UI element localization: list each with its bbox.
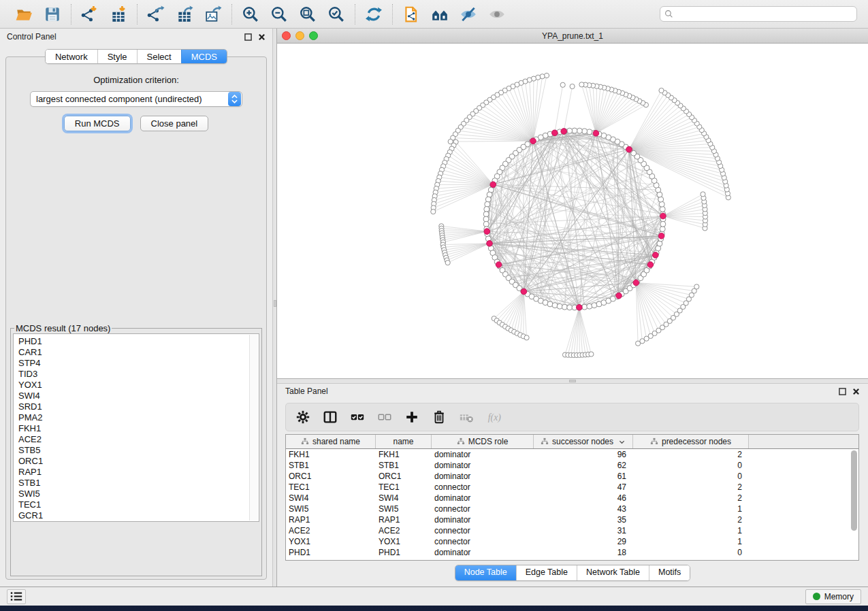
zoom-in-button[interactable] <box>239 3 262 26</box>
run-mcds-button[interactable]: Run MCDS <box>64 116 131 131</box>
add-column-button[interactable] <box>403 408 421 426</box>
cell-MCDS-role: dominator <box>432 449 534 460</box>
import-table-button[interactable] <box>107 3 130 26</box>
export-network-button[interactable] <box>144 3 167 26</box>
network-canvas[interactable] <box>277 44 868 378</box>
mcds-result-item[interactable]: TID3 <box>18 369 259 380</box>
splitter-grab-handle[interactable] <box>274 300 276 307</box>
tab-motifs[interactable]: Motifs <box>649 565 690 580</box>
table-row[interactable]: FKH1FKH1dominator962 <box>286 449 858 460</box>
table-row[interactable]: TEC1TEC1connector472 <box>286 482 858 493</box>
splitter-grab-handle[interactable] <box>569 380 576 382</box>
delete-table-button[interactable] <box>457 408 475 426</box>
import-network-button[interactable] <box>78 3 101 26</box>
memory-button[interactable]: Memory <box>805 589 861 604</box>
table-settings-icon <box>295 410 310 425</box>
mcds-result-item[interactable]: CAR1 <box>18 347 259 358</box>
table-row[interactable]: YOX1YOX1connector291 <box>286 536 858 547</box>
network-graph[interactable] <box>277 44 867 378</box>
mcds-result-item[interactable]: RAP1 <box>18 467 259 478</box>
float-panel-icon[interactable] <box>244 33 252 41</box>
zoom-fit-button[interactable] <box>296 3 319 26</box>
refresh-layout-button[interactable] <box>362 3 385 26</box>
delete-column-button[interactable] <box>430 408 448 426</box>
function-builder-button[interactable]: f(x) <box>485 408 502 426</box>
show-all-icon <box>488 5 506 23</box>
status-bar: Memory <box>0 587 868 606</box>
tab-select[interactable]: Select <box>137 50 181 63</box>
export-image-button[interactable] <box>202 3 225 26</box>
table-scrollbar-thumb[interactable] <box>851 450 857 531</box>
select-stepper-icon <box>228 92 241 106</box>
mcds-result-item[interactable]: FKH1 <box>18 423 259 434</box>
first-neighbors-button[interactable] <box>428 3 451 26</box>
mcds-result-item[interactable]: STB1 <box>18 478 259 489</box>
hide-selected-button[interactable] <box>457 3 480 26</box>
column-header-predecessor-nodes[interactable]: predecessor nodes <box>633 435 749 448</box>
refresh-layout-icon <box>365 5 383 23</box>
cell-predecessor-nodes: 0 <box>633 471 749 482</box>
list-icon <box>10 591 22 601</box>
unselect-all-button[interactable] <box>376 408 393 426</box>
mcds-result-item[interactable]: SRD1 <box>18 401 259 412</box>
table-settings-button[interactable] <box>294 408 312 426</box>
search-input[interactable] <box>677 10 852 19</box>
cell-successor-nodes: 46 <box>534 493 633 503</box>
list-scrollbar[interactable] <box>249 335 258 521</box>
mcds-result-item[interactable]: ORC1 <box>18 456 259 467</box>
tab-network[interactable]: Network <box>46 50 97 63</box>
mcds-result-item[interactable]: SWI5 <box>18 489 259 499</box>
table-row[interactable]: STB1STB1dominator620 <box>286 460 858 471</box>
table-row[interactable]: SWI5SWI5connector431 <box>286 503 858 514</box>
mcds-result-item[interactable]: PMA2 <box>18 412 259 423</box>
mcds-result-item[interactable]: SWI4 <box>18 391 259 401</box>
search-box[interactable] <box>660 6 857 22</box>
show-all-button[interactable] <box>485 3 509 26</box>
column-header-name[interactable]: name <box>376 435 432 448</box>
column-header-MCDS-role[interactable]: MCDS role <box>432 435 534 448</box>
table-header-row: shared namenameMCDS rolesuccessor nodesp… <box>286 435 858 449</box>
select-all-button[interactable] <box>349 408 366 426</box>
zoom-out-button[interactable] <box>268 3 291 26</box>
task-history-button[interactable] <box>7 589 26 604</box>
tab-node-table[interactable]: Node Table <box>455 565 516 580</box>
cell-MCDS-role: dominator <box>432 514 534 525</box>
close-panel-icon[interactable] <box>852 388 860 395</box>
table-row[interactable]: PHD1PHD1dominator180 <box>286 547 858 558</box>
mcds-result-item[interactable]: STP4 <box>18 358 259 369</box>
sort-indicator-icon[interactable] <box>618 438 626 446</box>
cell-successor-nodes: 43 <box>534 503 633 514</box>
table-row[interactable]: ACE2ACE2connector311 <box>286 525 858 536</box>
table-row[interactable]: ORC1ORC1dominator610 <box>286 471 858 482</box>
mcds-result-item[interactable]: PHD1 <box>18 336 259 347</box>
mcds-result-item[interactable]: YOX1 <box>18 380 259 391</box>
tab-style[interactable]: Style <box>97 50 137 63</box>
mcds-result-item[interactable]: ACE2 <box>18 434 259 445</box>
vertical-splitter[interactable] <box>272 29 277 587</box>
tab-network-table[interactable]: Network Table <box>577 565 649 580</box>
mcds-result-item[interactable]: STB5 <box>18 445 259 456</box>
open-file-button[interactable] <box>12 3 35 26</box>
network-window-titlebar[interactable]: YPA_prune.txt_1 <box>277 29 868 44</box>
zoom-selected-button[interactable] <box>325 3 348 26</box>
table-row[interactable]: SWI4SWI4dominator462 <box>286 493 858 503</box>
column-header-shared-name[interactable]: shared name <box>286 435 376 448</box>
mcds-result-item[interactable]: TEC1 <box>18 499 259 510</box>
tab-edge-table[interactable]: Edge Table <box>516 565 577 580</box>
split-panel-button[interactable] <box>321 408 339 426</box>
tab-mcds[interactable]: MCDS <box>181 50 227 63</box>
save-session-button[interactable] <box>41 3 64 26</box>
mcds-result-list[interactable]: PHD1CAR1STP4TID3YOX1SWI4SRD1PMA2FKH1ACE2… <box>13 333 259 522</box>
export-table-button[interactable] <box>173 3 196 26</box>
table-row[interactable]: RAP1RAP1dominator352 <box>286 514 858 525</box>
horizontal-splitter[interactable] <box>277 378 868 384</box>
float-panel-icon[interactable] <box>839 388 846 395</box>
close-panel-icon[interactable] <box>258 33 266 41</box>
column-header-successor-nodes[interactable]: successor nodes <box>534 435 633 448</box>
cell-MCDS-role: dominator <box>432 460 534 471</box>
cell-predecessor-nodes: 0 <box>633 547 749 558</box>
mcds-result-item[interactable]: GCR1 <box>18 510 259 521</box>
new-network-from-selection-button[interactable] <box>400 3 423 26</box>
optimization-criterion-select[interactable]: largest connected component (undirected) <box>30 91 242 107</box>
close-panel-button[interactable]: Close panel <box>140 116 209 131</box>
